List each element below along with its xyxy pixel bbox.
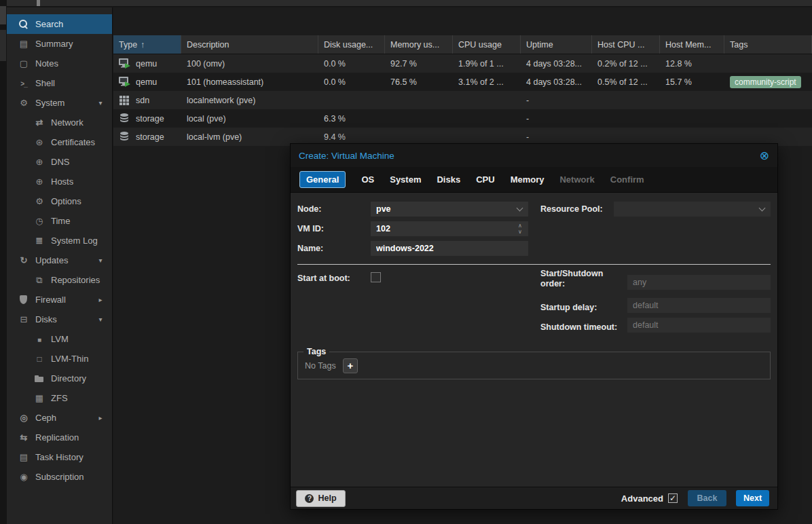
- sidebar-item-label: ZFS: [51, 393, 68, 403]
- sidebar-item-system-log[interactable]: System Log: [7, 231, 112, 250]
- table-row-storage-local[interactable]: storage local (pve) 6.3 % -: [113, 109, 812, 128]
- column-header-description[interactable]: Description: [181, 35, 318, 54]
- column-header-memory-usage[interactable]: Memory us...: [385, 35, 453, 54]
- tags-legend: Tags: [303, 347, 329, 356]
- node-select[interactable]: [371, 202, 528, 217]
- sidebar-item-network[interactable]: Network: [7, 113, 112, 132]
- cpu-usage-cell: 1.9% of 1 ...: [453, 54, 521, 73]
- tags-cell: [724, 54, 812, 73]
- sidebar-item-summary[interactable]: Summary: [7, 34, 112, 54]
- sidebar-item-firewall[interactable]: Firewall: [7, 290, 112, 310]
- square-icon: [34, 334, 45, 345]
- startup-delay-field[interactable]: [627, 298, 771, 313]
- sidebar-item-shell[interactable]: Shell: [7, 73, 112, 93]
- tab-os[interactable]: OS: [361, 174, 374, 185]
- column-header-type[interactable]: Type↑: [113, 35, 181, 54]
- sidebar-item-search[interactable]: Search: [7, 14, 112, 34]
- type-cell: qemu: [113, 73, 181, 91]
- vm-running-icon: [119, 58, 131, 69]
- chevron-down-icon[interactable]: [96, 316, 105, 323]
- stepper-up-icon[interactable]: ∧: [516, 224, 524, 228]
- type-label: qemu: [136, 77, 157, 87]
- sidebar-item-directory[interactable]: Directory: [7, 369, 112, 388]
- sidebar-item-label: Certificates: [51, 137, 95, 147]
- sidebar-item-label: Search: [35, 19, 63, 29]
- sidebar-item-options[interactable]: Options: [7, 191, 112, 211]
- chevron-down-icon[interactable]: [96, 99, 105, 107]
- sidebar-item-subscription[interactable]: Subscription: [7, 467, 112, 487]
- help-button-label: Help: [318, 493, 336, 503]
- tab-general[interactable]: General: [299, 171, 346, 188]
- table-row-vm-101[interactable]: qemu 101 (homeassistant) 0.0 % 76.5 % 3.…: [113, 73, 812, 91]
- sidebar-item-label: LVM: [51, 334, 69, 344]
- help-button[interactable]: Help: [296, 490, 346, 507]
- gears-icon: [18, 98, 29, 109]
- sidebar-item-system[interactable]: System: [7, 93, 112, 113]
- back-button[interactable]: Back: [688, 490, 726, 506]
- column-header-tags[interactable]: Tags: [724, 35, 812, 54]
- type-cell: storage: [113, 128, 181, 146]
- column-header-uptime[interactable]: Uptime: [521, 35, 592, 54]
- description-cell: localnetwork (pve): [181, 91, 318, 109]
- close-icon[interactable]: [760, 150, 769, 162]
- sidebar-item-lvm-thin[interactable]: LVM-Thin: [7, 349, 112, 369]
- sidebar-item-ceph[interactable]: Ceph: [7, 408, 112, 428]
- dialog-header[interactable]: Create: Virtual Machine: [291, 144, 777, 167]
- sidebar-item-lvm[interactable]: LVM: [7, 329, 112, 349]
- sidebar-item-notes[interactable]: Notes: [7, 54, 112, 73]
- sidebar-item-time[interactable]: Time: [7, 211, 112, 231]
- advanced-checkbox[interactable]: [668, 493, 678, 503]
- host-mem-cell: 15.7 %: [660, 73, 724, 91]
- sidebar-item-disks[interactable]: Disks: [7, 310, 112, 329]
- chevron-right-icon[interactable]: [96, 414, 105, 422]
- start-shutdown-order-field[interactable]: [627, 275, 771, 290]
- chevron-right-icon[interactable]: [96, 296, 105, 303]
- type-label: storage: [136, 132, 164, 142]
- host-cpu-cell: [592, 109, 660, 128]
- column-header-cpu-usage[interactable]: CPU usage: [453, 35, 521, 54]
- refresh-icon: [18, 255, 29, 266]
- tab-memory[interactable]: Memory: [511, 174, 545, 185]
- uptime-cell: -: [521, 91, 592, 109]
- column-header-label: Disk usage...: [324, 40, 373, 50]
- table-row-sdn[interactable]: sdn localnetwork (pve) -: [113, 91, 812, 109]
- start-at-boot-checkbox[interactable]: [371, 272, 381, 282]
- sidebar-item-task-history[interactable]: Task History: [7, 447, 112, 467]
- node-label: Node:: [297, 204, 321, 214]
- tab-system[interactable]: System: [390, 174, 421, 185]
- resource-pool-select[interactable]: [614, 202, 771, 217]
- table-header-row: Type↑ Description Disk usage... Memory u…: [113, 35, 812, 54]
- uptime-cell: 4 days 03:28...: [521, 54, 592, 73]
- sidebar-item-label: Network: [51, 117, 84, 128]
- next-button[interactable]: Next: [736, 490, 769, 506]
- sidebar-item-replication[interactable]: Replication: [7, 428, 112, 447]
- sidebar-item-zfs[interactable]: ZFS: [7, 388, 112, 408]
- shutdown-timeout-field[interactable]: [627, 318, 771, 333]
- sidebar-item-dns[interactable]: DNS: [7, 152, 112, 172]
- tab-disks[interactable]: Disks: [437, 174, 460, 185]
- name-field[interactable]: [371, 241, 528, 256]
- sidebar-item-label: Task History: [35, 452, 84, 462]
- disk-usage-cell: [318, 91, 385, 109]
- host-mem-cell: [660, 109, 724, 128]
- column-header-disk-usage[interactable]: Disk usage...: [318, 35, 385, 54]
- sidebar-item-hosts[interactable]: Hosts: [7, 172, 112, 191]
- sidebar-item-label: Summary: [35, 39, 73, 49]
- stepper-down-icon[interactable]: ∨: [516, 230, 524, 234]
- vm-id-stepper[interactable]: [371, 221, 528, 236]
- table-row-vm-100[interactable]: qemu 100 (omv) 0.0 % 92.7 % 1.9% of 1 ..…: [113, 54, 812, 73]
- tab-cpu[interactable]: CPU: [476, 174, 494, 185]
- sidebar-item-repositories[interactable]: Repositories: [7, 270, 112, 290]
- sidebar-item-label: DNS: [51, 157, 69, 167]
- column-header-host-cpu[interactable]: Host CPU ...: [592, 35, 660, 54]
- column-header-label: Type: [119, 40, 137, 50]
- sidebar-item-updates[interactable]: Updates: [7, 250, 112, 270]
- sidebar-item-certificates[interactable]: Certificates: [7, 132, 112, 152]
- sidebar-item-label: Time: [51, 216, 70, 226]
- sort-ascending-icon: ↑: [141, 40, 145, 50]
- chevron-down-icon[interactable]: [96, 257, 105, 264]
- column-header-host-mem[interactable]: Host Mem...: [660, 35, 724, 54]
- column-header-label: CPU usage: [458, 40, 502, 50]
- add-tag-button[interactable]: +: [343, 358, 358, 373]
- question-icon: [305, 494, 314, 503]
